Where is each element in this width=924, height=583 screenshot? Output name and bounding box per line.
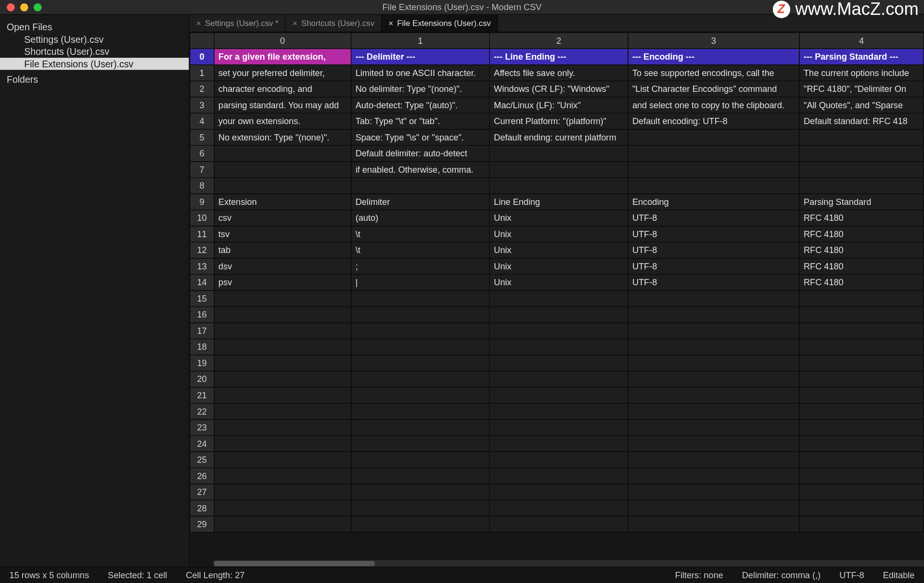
sidebar-file-file-extensions[interactable]: File Extensions (User).csv [0,58,189,70]
cell[interactable]: Unix [489,274,628,291]
cell[interactable] [489,339,628,355]
cell[interactable]: Auto-detect: Type "(auto)". [351,97,490,114]
cell[interactable] [351,339,490,355]
cell[interactable]: --- Line Ending --- [489,49,628,65]
row-header[interactable]: 26 [190,468,214,484]
cell[interactable]: RFC 4180 [799,210,924,226]
cell[interactable]: tsv [214,226,351,242]
cell[interactable]: Limited to one ASCII character. [351,65,490,81]
cell[interactable] [799,129,924,146]
cell[interactable]: Parsing Standard [799,194,924,210]
cell[interactable]: \t [351,242,490,258]
row-header[interactable]: 15 [190,291,214,307]
cell[interactable] [628,291,799,307]
cell[interactable] [799,371,924,387]
cell[interactable] [214,452,351,468]
cell[interactable] [214,371,351,387]
column-header[interactable]: 0 [214,33,351,49]
cell[interactable] [628,162,799,178]
cell[interactable] [628,387,799,404]
cell[interactable]: Unix [489,210,628,226]
cell[interactable] [489,323,628,339]
cell[interactable]: and select one to copy to the clipboard. [628,97,799,114]
cell[interactable] [351,452,490,468]
row-header[interactable]: 16 [190,306,214,323]
row-header[interactable]: 1 [190,65,214,81]
minimize-window-button[interactable] [20,3,28,11]
sidebar-file-settings[interactable]: Settings (User).csv [0,34,189,46]
cell[interactable]: Unix [489,258,628,275]
cell[interactable] [799,468,924,484]
row-header[interactable]: 5 [190,129,214,146]
cell[interactable] [799,436,924,452]
close-window-button[interactable] [7,3,15,11]
cell[interactable] [799,323,924,339]
cell[interactable] [799,355,924,371]
cell[interactable]: Tab: Type "\t" or "tab". [351,113,490,129]
cell[interactable]: Default standard: RFC 418 [799,113,924,129]
status-editable[interactable]: Editable [873,570,924,580]
cell[interactable] [214,516,351,532]
cell[interactable] [351,484,490,500]
cell[interactable] [489,145,628,162]
cell[interactable] [628,145,799,162]
cell[interactable] [799,162,924,178]
cell[interactable] [214,306,351,323]
cell[interactable] [351,371,490,387]
cell[interactable] [628,419,799,436]
cell[interactable] [489,371,628,387]
cell[interactable] [214,339,351,355]
cell[interactable]: tab [214,242,351,258]
cell[interactable] [628,306,799,323]
cell[interactable] [214,403,351,419]
tab-file-extensions[interactable]: × File Extensions (User).csv [382,15,498,32]
status-encoding[interactable]: UTF-8 [830,570,874,580]
cell[interactable]: character encoding, and [214,81,351,97]
cell[interactable] [799,500,924,517]
cell[interactable]: if enabled. Otherwise, comma. [351,162,490,178]
cell[interactable]: Current Platform: "(platform)" [489,113,628,129]
cell[interactable] [489,419,628,436]
cell[interactable] [489,452,628,468]
cell[interactable] [628,436,799,452]
row-header[interactable]: 6 [190,145,214,162]
cell[interactable] [799,403,924,419]
column-header[interactable]: 3 [628,33,799,49]
cell[interactable]: "RFC 4180", "Delimiter On [799,81,924,97]
row-header[interactable]: 29 [190,516,214,532]
row-header[interactable]: 25 [190,452,214,468]
corner-cell[interactable] [190,33,214,49]
cell[interactable] [351,355,490,371]
cell[interactable]: Unix [489,242,628,258]
cell[interactable]: (auto) [351,210,490,226]
row-header[interactable]: 8 [190,177,214,194]
column-header[interactable]: 2 [489,33,628,49]
cell[interactable] [489,177,628,194]
row-header[interactable]: 10 [190,210,214,226]
row-header[interactable]: 9 [190,194,214,210]
cell[interactable]: "All Quotes", and "Sparse [799,97,924,114]
cell[interactable] [214,177,351,194]
zoom-window-button[interactable] [34,3,42,11]
cell[interactable]: RFC 4180 [799,274,924,291]
column-header[interactable]: 1 [351,33,490,49]
cell[interactable]: UTF-8 [628,274,799,291]
cell[interactable]: Default ending: current platform [489,129,628,146]
row-header[interactable]: 27 [190,484,214,500]
row-header[interactable]: 18 [190,339,214,355]
cell[interactable]: Delimiter [351,194,490,210]
cell[interactable]: Default encoding: UTF-8 [628,113,799,129]
cell[interactable] [351,468,490,484]
cell[interactable] [799,306,924,323]
cell[interactable]: your own extensions. [214,113,351,129]
cell[interactable] [214,500,351,517]
row-header[interactable]: 28 [190,500,214,517]
row-header[interactable]: 0 [190,49,214,65]
cell[interactable]: Extension [214,194,351,210]
row-header[interactable]: 13 [190,258,214,275]
cell[interactable] [214,145,351,162]
cell[interactable]: Mac/Linux (LF): "Unix" [489,97,628,114]
cell[interactable] [628,371,799,387]
close-icon[interactable]: × [196,18,201,28]
cell[interactable] [214,436,351,452]
